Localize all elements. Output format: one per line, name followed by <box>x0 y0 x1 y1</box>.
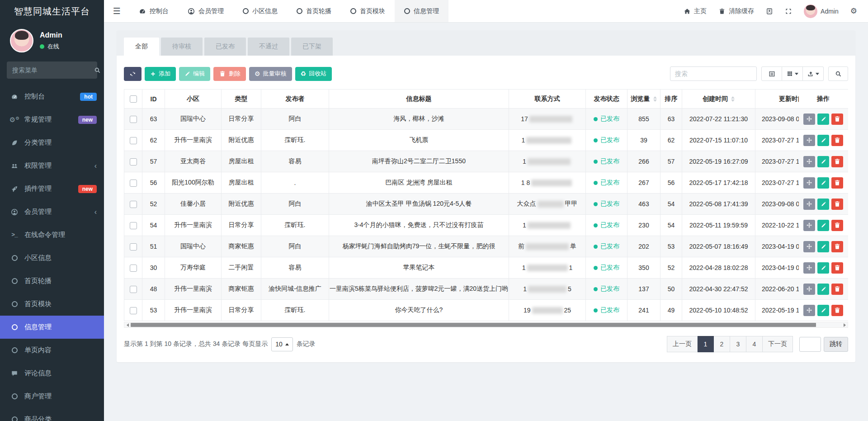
row-delete-button[interactable] <box>831 305 843 316</box>
add-button[interactable]: 添加 <box>145 67 176 81</box>
horizontal-scrollbar[interactable] <box>124 322 848 328</box>
sidebar-item-商品分类[interactable]: 商品分类 <box>0 408 104 421</box>
scrollbar-thumb[interactable] <box>131 323 816 327</box>
filter-tab-待审核[interactable]: 待审核 <box>161 38 203 56</box>
refresh-button[interactable] <box>124 67 142 81</box>
row-edit-button[interactable] <box>817 177 829 189</box>
search-button[interactable] <box>828 66 848 81</box>
move-button[interactable] <box>803 241 815 252</box>
sidebar-item-权限管理[interactable]: 权限管理‹ <box>0 154 104 177</box>
columns-button[interactable] <box>782 66 803 81</box>
detail-view-button[interactable] <box>761 66 782 81</box>
sort-icon[interactable] <box>653 96 657 102</box>
edit-button[interactable]: 编辑 <box>179 67 210 81</box>
row-delete-button[interactable] <box>831 284 843 295</box>
row-checkbox[interactable] <box>130 222 137 229</box>
top-tab-小区信息[interactable]: 小区信息 <box>233 0 287 22</box>
move-button[interactable] <box>803 135 815 146</box>
prev-page-button[interactable]: 上一页 <box>667 336 698 352</box>
row-delete-button[interactable] <box>831 135 843 146</box>
move-button[interactable] <box>803 284 815 295</box>
top-tab-首页轮播[interactable]: 首页轮播 <box>287 0 341 22</box>
page-button-2[interactable]: 2 <box>714 336 730 352</box>
move-button[interactable] <box>803 305 815 316</box>
fullscreen-button[interactable] <box>785 8 792 15</box>
sidebar-search-input[interactable] <box>12 66 94 74</box>
move-button[interactable] <box>803 156 815 167</box>
search-icon[interactable] <box>94 67 101 74</box>
select-all-checkbox[interactable] <box>130 95 137 103</box>
column-header-浏览量[interactable]: 浏览量 <box>627 90 660 109</box>
sidebar-item-控制台[interactable]: 控制台hot <box>0 85 104 108</box>
sidebar-item-常规管理[interactable]: ⚙⚙常规管理new <box>0 108 104 131</box>
row-delete-button[interactable] <box>831 241 843 252</box>
sidebar-item-在线命令管理[interactable]: >_在线命令管理 <box>0 223 104 246</box>
per-page-select[interactable]: 10 <box>271 337 293 351</box>
settings-button[interactable]: ⚙ <box>850 7 857 15</box>
row-edit-button[interactable] <box>817 241 829 252</box>
row-checkbox[interactable] <box>130 243 137 251</box>
language-button[interactable] <box>766 8 773 15</box>
row-checkbox[interactable] <box>130 201 137 208</box>
navbar-user[interactable]: Admin <box>804 5 839 18</box>
scroll-right-icon[interactable] <box>841 323 848 327</box>
row-delete-button[interactable] <box>831 199 843 210</box>
filter-tab-全部[interactable]: 全部 <box>124 38 159 56</box>
row-edit-button[interactable] <box>817 156 829 167</box>
row-checkbox[interactable] <box>130 116 137 123</box>
row-edit-button[interactable] <box>817 262 829 274</box>
sidebar-item-评论信息[interactable]: 评论信息 <box>0 362 104 385</box>
scroll-left-icon[interactable] <box>124 323 131 327</box>
row-delete-button[interactable] <box>831 177 843 189</box>
filter-tab-不通过[interactable]: 不通过 <box>248 38 289 56</box>
top-tab-信息管理[interactable]: 信息管理 <box>395 0 448 22</box>
export-button[interactable] <box>803 66 824 81</box>
sidebar-item-分类管理[interactable]: 分类管理 <box>0 131 104 154</box>
row-delete-button[interactable] <box>831 114 843 125</box>
row-checkbox[interactable] <box>130 137 137 144</box>
clear-cache-button[interactable]: 清除缓存 <box>718 7 754 15</box>
move-button[interactable] <box>803 199 815 210</box>
row-edit-button[interactable] <box>817 135 829 146</box>
row-checkbox[interactable] <box>130 307 137 314</box>
move-button[interactable] <box>803 114 815 125</box>
hamburger-menu-icon[interactable]: ☰ <box>104 0 129 22</box>
table-scroll-area[interactable]: ID小区类型发布者信息标题联系方式发布状态浏览量排序创建时间更新时间操作 63国… <box>124 89 848 321</box>
next-page-button[interactable]: 下一页 <box>763 336 793 352</box>
row-delete-button[interactable] <box>831 262 843 274</box>
move-button[interactable] <box>803 262 815 274</box>
sidebar-item-商户管理[interactable]: 商户管理 <box>0 385 104 408</box>
filter-tab-已下架[interactable]: 已下架 <box>291 38 333 56</box>
row-edit-button[interactable] <box>817 114 829 125</box>
top-tab-控制台[interactable]: 控制台 <box>129 0 178 22</box>
row-checkbox[interactable] <box>130 265 137 272</box>
batch-audit-button[interactable]: ⚙批量审核 <box>249 67 292 81</box>
row-edit-button[interactable] <box>817 305 829 316</box>
top-tab-会员管理[interactable]: 会员管理 <box>178 0 233 22</box>
row-checkbox[interactable] <box>130 286 137 293</box>
row-edit-button[interactable] <box>817 284 829 295</box>
table-search-input[interactable] <box>670 66 757 81</box>
sidebar-item-首页轮播[interactable]: 首页轮播 <box>0 270 104 293</box>
jump-page-input[interactable] <box>799 337 821 352</box>
row-edit-button[interactable] <box>817 199 829 210</box>
sidebar-item-单页内容[interactable]: 单页内容 <box>0 339 104 362</box>
row-checkbox[interactable] <box>130 180 137 187</box>
page-button-4[interactable]: 4 <box>746 336 763 352</box>
row-checkbox[interactable] <box>130 158 137 166</box>
row-edit-button[interactable] <box>817 220 829 231</box>
delete-button[interactable]: 删除 <box>213 67 246 81</box>
sidebar-item-首页模块[interactable]: 首页模块 <box>0 293 104 316</box>
sort-icon[interactable] <box>731 96 735 102</box>
row-delete-button[interactable] <box>831 220 843 231</box>
jump-button[interactable]: 跳转 <box>824 337 848 352</box>
recycle-button[interactable]: ♻回收站 <box>295 67 332 81</box>
sidebar-item-小区信息[interactable]: 小区信息 <box>0 246 104 270</box>
home-button[interactable]: 主页 <box>684 7 707 15</box>
top-tab-首页模块[interactable]: 首页模块 <box>341 0 395 22</box>
row-delete-button[interactable] <box>831 156 843 167</box>
page-button-3[interactable]: 3 <box>730 336 746 352</box>
page-button-1[interactable]: 1 <box>698 336 714 352</box>
sidebar-item-信息管理[interactable]: 信息管理 <box>0 316 104 339</box>
move-button[interactable] <box>803 220 815 231</box>
